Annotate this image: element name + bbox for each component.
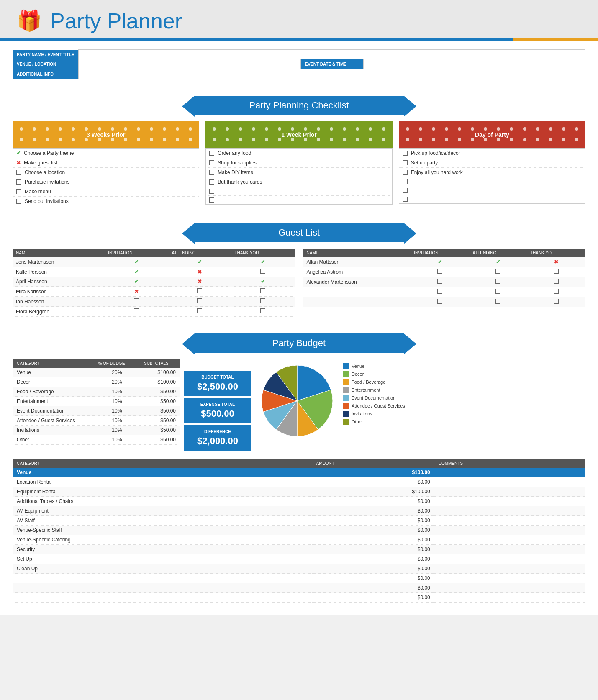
checkbox-icon[interactable] — [16, 199, 21, 204]
budget-subtotal: $100.00 — [140, 368, 180, 377]
expense-item-row: AV Staff $0.00 — [13, 516, 585, 526]
legend-color — [343, 395, 349, 401]
checklist-item: Make DIY items — [206, 168, 392, 177]
checkbox-icon[interactable] — [495, 269, 500, 274]
guest-col-header: ATTENDING — [469, 249, 527, 257]
expense-item-name: Security — [13, 545, 312, 554]
checkbox-icon[interactable] — [16, 189, 21, 194]
guest-invitation: ✔ — [105, 257, 168, 267]
event-date-value[interactable] — [363, 59, 585, 69]
checkbox-icon[interactable] — [403, 188, 408, 193]
checkbox-icon[interactable] — [209, 151, 214, 156]
venue-value[interactable] — [79, 59, 300, 69]
expense-item-amount: $100.00 — [312, 487, 434, 497]
budget-subtotal: $50.00 — [140, 406, 180, 416]
legend-color — [343, 411, 349, 417]
budget-totals: BUDGET TOTAL $2,500.00 EXPENSE TOTAL $50… — [184, 359, 251, 451]
checklist-item-text: Choose a Party theme — [24, 150, 74, 156]
checkbox-icon[interactable] — [403, 197, 408, 202]
checklist-item-text: Shop for supplies — [218, 160, 257, 166]
legend-color — [343, 419, 349, 425]
checkbox-icon[interactable] — [554, 289, 559, 294]
checkbox-icon[interactable] — [554, 279, 559, 284]
expense-total-label: EXPENSE TOTAL — [188, 402, 247, 407]
checkbox-icon[interactable] — [197, 288, 202, 293]
budget-right-section: Venue Decor Food / Beverage Entertainmen… — [259, 359, 585, 451]
legend-label: Attendee / Guest Services — [352, 403, 405, 408]
checkbox-icon[interactable] — [403, 170, 408, 175]
checkbox-icon[interactable] — [260, 298, 265, 303]
check-icon: ✔ — [16, 150, 21, 156]
expense-item-comments — [434, 593, 585, 603]
checkbox-icon[interactable] — [209, 197, 214, 203]
legend-item: Food / Beverage — [343, 379, 405, 385]
checkbox-icon[interactable] — [554, 269, 559, 274]
difference-box: DIFFERENCE $2,000.00 — [184, 425, 251, 451]
check-icon: ✔ — [261, 259, 265, 265]
checkbox-icon[interactable] — [260, 308, 265, 313]
legend-item: Attendee / Guest Services — [343, 403, 405, 409]
guest-thankyou — [231, 307, 295, 317]
checkbox-icon[interactable] — [437, 269, 442, 274]
checkbox-icon[interactable] — [403, 151, 408, 156]
legend-color — [343, 379, 349, 385]
pie-chart — [259, 363, 335, 438]
checkbox-icon[interactable] — [209, 179, 214, 185]
checklist-item-text: Enjoy all you hard work — [411, 169, 463, 175]
expense-item-row: Security $0.00 — [13, 545, 585, 554]
checkbox-icon[interactable] — [134, 308, 139, 313]
expense-item-name: Venue-Specific Staff — [13, 526, 312, 535]
checklist-item: Make menu — [13, 187, 199, 197]
checkbox-icon[interactable] — [403, 179, 408, 184]
x-icon: ✖ — [198, 269, 202, 275]
budget-row: Entertainment 10% $50.00 — [13, 397, 180, 406]
checkbox-icon[interactable] — [209, 160, 214, 165]
checkbox-icon[interactable] — [437, 299, 442, 304]
guest-col-header: INVITIATION — [411, 249, 469, 257]
guest-invitation: ✔ — [105, 277, 168, 287]
checkbox-icon[interactable] — [403, 160, 408, 165]
checkbox-icon[interactable] — [134, 298, 139, 303]
budget-wrapper: CATEGORY % OF BUDGET SUBTOTALS Venue 20%… — [0, 359, 598, 455]
guest-thankyou: ✖ — [527, 257, 585, 267]
checkbox-icon[interactable] — [16, 170, 21, 175]
checkbox-icon[interactable] — [554, 299, 559, 304]
check-icon: ✔ — [438, 259, 442, 265]
guest-name: Kalle Persson — [13, 267, 105, 277]
budget-subtotal: $100.00 — [140, 377, 180, 387]
party-name-value[interactable] — [79, 50, 585, 59]
checkbox-icon[interactable] — [495, 289, 500, 294]
expense-item-row: Equipment Rental $100.00 — [13, 487, 585, 497]
guest-invitation — [411, 267, 469, 277]
checklist-item-text: Send out invitations — [25, 198, 69, 204]
guestlist-banner: Guest List — [13, 223, 585, 242]
expense-item-row: AV Equipment $0.00 — [13, 506, 585, 516]
checkbox-icon[interactable] — [495, 279, 500, 284]
legend-label: Venue — [352, 364, 364, 369]
checkbox-icon[interactable] — [495, 299, 500, 304]
checkbox-icon[interactable] — [209, 170, 214, 175]
expense-detail-wrap: CATEGORY AMOUNT COMMENTS Venue $100.00 L… — [0, 455, 598, 603]
checkbox-icon[interactable] — [437, 289, 442, 294]
checkbox-icon[interactable] — [197, 298, 202, 303]
checkbox-icon[interactable] — [197, 308, 202, 313]
budget-table: CATEGORY % OF BUDGET SUBTOTALS Venue 20%… — [13, 359, 180, 445]
expense-item-comments — [434, 545, 585, 554]
pie-chart-wrap — [259, 363, 335, 440]
additional-info-value[interactable] — [79, 69, 585, 79]
checkbox-icon[interactable] — [260, 288, 265, 293]
expense-item-name: AV Equipment — [13, 506, 312, 516]
checklist-item: Pick up food/ice/décor — [399, 149, 585, 158]
checkbox-icon[interactable] — [437, 279, 442, 284]
checkbox-icon[interactable] — [16, 179, 21, 185]
guest-name: Mira Karlsson — [13, 287, 105, 297]
expense-item-name: Equipment Rental — [13, 487, 312, 497]
guest-invitation — [411, 297, 469, 307]
budget-category: Invitations — [13, 426, 94, 435]
budget-col-subtotals: SUBTOTALS — [140, 359, 180, 368]
budget-pct: 10% — [94, 397, 140, 406]
checkbox-icon[interactable] — [260, 269, 265, 274]
guest-invitation: ✔ — [105, 267, 168, 277]
checklist-item: Order any food — [206, 149, 392, 158]
checkbox-icon[interactable] — [209, 189, 214, 194]
